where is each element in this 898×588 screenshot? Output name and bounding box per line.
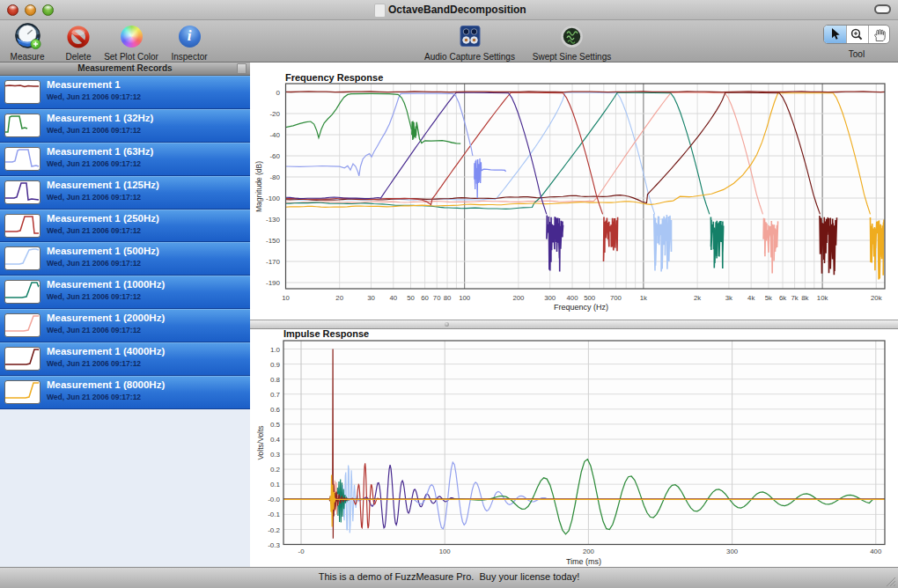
svg-text:30: 30 <box>367 294 375 302</box>
svg-text:700: 700 <box>610 294 622 302</box>
svg-text:-130: -130 <box>266 216 281 224</box>
svg-text:-0: -0 <box>298 548 305 555</box>
svg-text:0.3: 0.3 <box>270 451 281 459</box>
svg-text:0: 0 <box>276 89 281 97</box>
svg-text:10k: 10k <box>817 294 828 302</box>
svg-text:5k: 5k <box>765 294 772 302</box>
svg-text:1.0: 1.0 <box>270 346 281 354</box>
svg-text:7k: 7k <box>791 294 798 302</box>
svg-text:2k: 2k <box>694 294 701 302</box>
svg-text:-150: -150 <box>266 237 281 245</box>
svg-text:20: 20 <box>335 294 343 302</box>
svg-text:-40: -40 <box>269 131 280 139</box>
svg-text:200: 200 <box>512 294 525 302</box>
svg-text:400: 400 <box>566 294 578 302</box>
svg-text:200: 200 <box>583 548 595 555</box>
svg-text:0.7: 0.7 <box>270 391 281 399</box>
svg-text:400: 400 <box>870 548 882 555</box>
svg-text:80: 80 <box>444 294 452 302</box>
svg-text:300: 300 <box>726 548 739 555</box>
svg-text:0.9: 0.9 <box>270 361 281 369</box>
svg-text:-170: -170 <box>266 258 281 266</box>
svg-text:1k: 1k <box>640 294 647 302</box>
svg-text:3k: 3k <box>725 294 732 302</box>
svg-text:4k: 4k <box>747 294 754 302</box>
svg-text:Frequency Response: Frequency Response <box>285 72 383 83</box>
svg-text:0.8: 0.8 <box>270 376 281 384</box>
svg-text:100: 100 <box>439 548 452 555</box>
svg-text:-0.3: -0.3 <box>268 541 280 549</box>
svg-text:Volts/Volts: Volts/Volts <box>256 425 265 459</box>
svg-text:8k: 8k <box>801 294 808 302</box>
svg-text:Frequency (Hz): Frequency (Hz) <box>554 303 608 312</box>
svg-text:Impulse Response: Impulse Response <box>283 328 369 339</box>
svg-text:0.4: 0.4 <box>270 436 281 444</box>
svg-text:-20: -20 <box>269 110 280 118</box>
svg-text:0.6: 0.6 <box>270 406 281 414</box>
svg-text:0.5: 0.5 <box>270 421 281 429</box>
svg-text:50: 50 <box>407 294 415 302</box>
svg-text:70: 70 <box>433 294 441 302</box>
svg-text:60: 60 <box>421 294 429 302</box>
svg-text:500: 500 <box>584 294 596 302</box>
svg-text:40: 40 <box>389 294 397 302</box>
svg-text:10: 10 <box>282 294 290 302</box>
svg-text:-60: -60 <box>269 152 280 160</box>
svg-text:Magnitude (dB): Magnitude (dB) <box>254 161 263 212</box>
svg-text:0.2: 0.2 <box>270 466 281 474</box>
svg-text:-0.1: -0.1 <box>268 511 280 518</box>
svg-text:0.1: 0.1 <box>270 481 281 489</box>
svg-text:100: 100 <box>459 294 471 302</box>
svg-text:-100: -100 <box>266 195 281 202</box>
svg-text:-190: -190 <box>266 279 281 287</box>
svg-text:-80: -80 <box>269 173 280 181</box>
svg-text:-0.0: -0.0 <box>268 496 280 503</box>
svg-text:6k: 6k <box>779 294 786 302</box>
svg-text:20k: 20k <box>871 294 882 302</box>
svg-text:-0.2: -0.2 <box>268 526 280 534</box>
svg-text:300: 300 <box>544 294 556 302</box>
svg-text:Time (ms): Time (ms) <box>566 557 601 566</box>
